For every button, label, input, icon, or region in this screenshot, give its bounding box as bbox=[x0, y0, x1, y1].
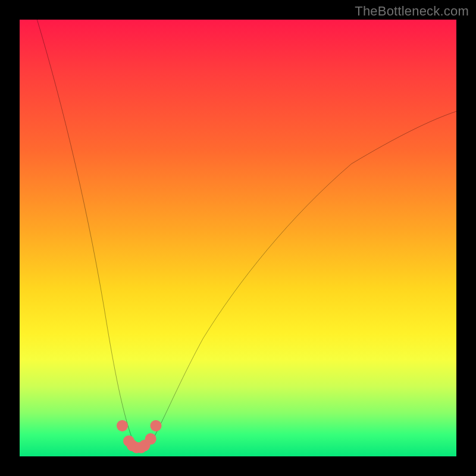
watermark-text: TheBottleneck.com bbox=[355, 4, 469, 19]
plot-area bbox=[20, 20, 456, 456]
svg-point-0 bbox=[117, 420, 128, 431]
svg-point-6 bbox=[145, 433, 156, 444]
chart-frame: TheBottleneck.com bbox=[0, 0, 476, 476]
bottleneck-plot bbox=[20, 20, 456, 456]
bottleneck-curve-path bbox=[37, 20, 456, 452]
svg-point-7 bbox=[150, 420, 161, 431]
trough-markers bbox=[117, 420, 162, 453]
